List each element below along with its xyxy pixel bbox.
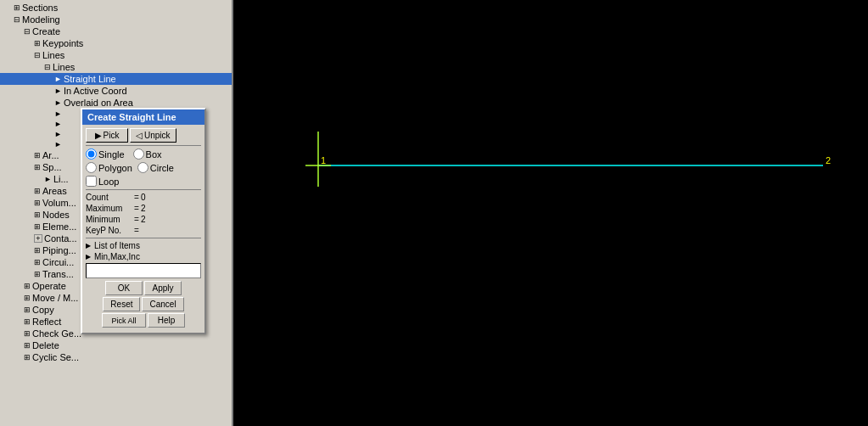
unpick-button[interactable]: ◁ Unpick bbox=[130, 128, 176, 143]
plus-icon6: ⊞ bbox=[34, 199, 41, 207]
box-radio[interactable] bbox=[133, 149, 144, 160]
plus-icon5: ⊞ bbox=[34, 187, 41, 195]
tree-item-keypoints[interactable]: ⊞ Keypoints bbox=[0, 37, 232, 49]
minus-icon4: ⊟ bbox=[44, 63, 51, 71]
loop-check-label[interactable]: Loop bbox=[86, 176, 119, 187]
tree-item-create[interactable]: ⊟ Create bbox=[0, 25, 232, 37]
point1-label: 1 bbox=[321, 155, 326, 165]
tree-label-areas: Ar... bbox=[42, 150, 59, 160]
canvas-area: 1 2 bbox=[233, 0, 868, 426]
tree-label-create: Create bbox=[32, 26, 60, 36]
pickall-help-row: Pick All Help bbox=[86, 313, 201, 328]
tree-label-elements: Eleme... bbox=[42, 221, 76, 232]
loop-row: Loop bbox=[86, 176, 201, 187]
apply-button[interactable]: Apply bbox=[144, 281, 182, 295]
plus-icon2: ⊞ bbox=[34, 39, 41, 48]
tree-label-volumes: Volum... bbox=[42, 198, 76, 208]
circle-radio-label[interactable]: Circle bbox=[137, 162, 174, 173]
main-input-field[interactable] bbox=[86, 263, 201, 278]
count-row: Count = 0 bbox=[86, 193, 201, 202]
pick-all-button[interactable]: Pick All bbox=[102, 313, 146, 328]
tree-label-contacts: Conta... bbox=[44, 233, 77, 244]
plus-icon: ⊞ bbox=[14, 3, 20, 12]
point2-label: 2 bbox=[826, 155, 831, 165]
plus-icon4: ⊞ bbox=[34, 163, 41, 171]
tree-item-inactivecoord[interactable]: ► In Active Coord bbox=[0, 85, 232, 97]
plus-icon9: + bbox=[34, 234, 42, 243]
tree-item-modeling[interactable]: ⊟ Modeling bbox=[0, 14, 232, 25]
tree-label-trans: Trans... bbox=[42, 269, 74, 279]
single-box-row: Single Box bbox=[86, 149, 201, 160]
tree-label-move: Move / M... bbox=[32, 293, 78, 303]
circle-radio[interactable] bbox=[137, 162, 148, 173]
tree-item-lines[interactable]: ⊟ Lines bbox=[0, 49, 232, 61]
reset-cancel-row: Reset Cancel bbox=[86, 297, 201, 311]
bullet-icon8: ► bbox=[44, 175, 52, 183]
tree-label-delete: Delete bbox=[32, 340, 59, 350]
tree-item-cyclicse[interactable]: ⊞ Cyclic Se... bbox=[0, 351, 232, 363]
dialog-content: ▶ Pick ◁ Unpick Single Box bbox=[82, 125, 204, 333]
loop-checkbox[interactable] bbox=[86, 176, 97, 187]
tree-label-reflect: Reflect bbox=[32, 317, 61, 327]
tree-label-areas2: Areas bbox=[42, 186, 67, 196]
polygon-radio[interactable] bbox=[86, 162, 97, 173]
min-max-inc-row: ▶ Min,Max,Inc bbox=[86, 252, 201, 261]
list-of-items-row: ▶ List of Items bbox=[86, 241, 201, 250]
separator1 bbox=[86, 145, 201, 146]
tree-item-lines2[interactable]: ⊟ Lines bbox=[0, 61, 232, 73]
dialog-title: Create Straight Line bbox=[82, 109, 204, 125]
tree-item-overlaidonarea[interactable]: ► Overlaid on Area bbox=[0, 97, 232, 109]
tree-label-overlaidonarea: Overlaid on Area bbox=[64, 98, 133, 108]
ok-apply-row: OK Apply bbox=[86, 281, 201, 295]
pick-button[interactable]: ▶ Pick bbox=[86, 128, 128, 143]
ok-button[interactable]: OK bbox=[105, 281, 143, 295]
minus-icon: ⊟ bbox=[14, 15, 20, 24]
sidebar-panel: ⊞ Sections ⊟ Modeling ⊟ Create ⊞ Keypoin… bbox=[0, 0, 233, 426]
minus-icon2: ⊟ bbox=[24, 27, 31, 36]
maximum-row: Maximum = 2 bbox=[86, 204, 201, 213]
tree-label-inactivecoord: In Active Coord bbox=[64, 86, 127, 96]
separator3 bbox=[86, 238, 201, 238]
plus-icon12: ⊞ bbox=[34, 270, 41, 278]
tree-label-operate: Operate bbox=[32, 281, 66, 291]
single-radio-label[interactable]: Single bbox=[86, 149, 125, 160]
plus-icon16: ⊞ bbox=[24, 317, 31, 326]
tree-label-circuits: Circui... bbox=[42, 257, 74, 267]
plus-icon11: ⊞ bbox=[34, 258, 41, 266]
tree-label-sections: Sections bbox=[22, 3, 58, 13]
polygon-radio-label[interactable]: Polygon bbox=[86, 162, 132, 173]
tree-label-modeling: Modeling bbox=[22, 14, 60, 25]
bullet-icon4: ► bbox=[54, 109, 62, 118]
keyp-row: KeyP No. = bbox=[86, 226, 201, 235]
tree-label-copy: Copy bbox=[32, 305, 54, 315]
plus-icon19: ⊞ bbox=[24, 353, 31, 362]
tree-label-cyclicse: Cyclic Se... bbox=[32, 352, 79, 362]
bullet-icon: ► bbox=[54, 75, 62, 83]
plus-icon15: ⊞ bbox=[24, 305, 31, 314]
bullet-icon3: ► bbox=[54, 98, 62, 107]
bullet-icon5: ► bbox=[54, 120, 62, 128]
list-expand-arrow[interactable]: ▶ bbox=[86, 242, 91, 249]
polygon-circle-row: Polygon Circle bbox=[86, 162, 201, 173]
tree-label-lines: Lines bbox=[42, 50, 64, 60]
tree-item-delete[interactable]: ⊞ Delete bbox=[0, 339, 232, 351]
help-button[interactable]: Help bbox=[148, 313, 185, 328]
single-radio[interactable] bbox=[86, 149, 97, 160]
tree-label-checkge: Check Ge... bbox=[32, 328, 81, 339]
tree-item-sections[interactable]: ⊞ Sections bbox=[0, 2, 232, 14]
bullet-icon2: ► bbox=[54, 87, 62, 95]
minmax-expand-arrow[interactable]: ▶ bbox=[86, 253, 91, 261]
tree-label-keypoints: Keypoints bbox=[42, 38, 83, 48]
cancel-button[interactable]: Cancel bbox=[142, 297, 183, 311]
viewport[interactable]: 1 2 bbox=[233, 0, 868, 426]
box-radio-label[interactable]: Box bbox=[133, 149, 162, 160]
reset-button[interactable]: Reset bbox=[103, 297, 140, 311]
plus-icon10: ⊞ bbox=[34, 246, 41, 255]
plus-icon17: ⊞ bbox=[24, 329, 31, 338]
tree-item-straightline[interactable]: ► Straight Line bbox=[0, 73, 232, 85]
separator2 bbox=[86, 189, 201, 190]
plus-icon13: ⊞ bbox=[24, 282, 31, 290]
pick-unpick-row: ▶ Pick ◁ Unpick bbox=[86, 128, 201, 143]
tree-label-straightline: Straight Line bbox=[64, 74, 116, 84]
tree-label-li: Li... bbox=[53, 174, 69, 184]
